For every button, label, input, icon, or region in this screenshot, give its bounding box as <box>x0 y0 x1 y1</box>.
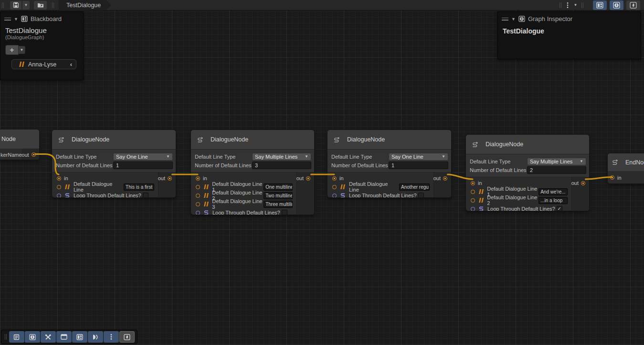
options-dropdown[interactable]: ▼ <box>572 1 579 10</box>
line-type-dropdown[interactable]: Say One Line ▼ <box>389 153 448 161</box>
string-port[interactable] <box>196 185 200 189</box>
blackboard-graph-type: (DialogueGraph) <box>0 34 83 40</box>
in-port[interactable] <box>196 176 200 181</box>
collapse-arrow-icon[interactable]: ▼ <box>511 17 516 22</box>
line-text-field[interactable]: Three multilin <box>264 201 293 208</box>
preview-toggle[interactable] <box>119 331 135 343</box>
num-lines-field[interactable]: 2 <box>527 166 586 174</box>
string-port[interactable] <box>57 185 61 189</box>
line-type-label: Default Line Type <box>330 154 389 160</box>
breadcrumb-tab[interactable]: TestDialogue <box>59 0 111 11</box>
dialogue-node-1[interactable]: DialogueNode Default Line Type Say One L… <box>52 129 176 198</box>
tools-icon <box>45 334 52 340</box>
node-title: DialogueNode <box>211 136 248 143</box>
graph-inspector-toggle[interactable] <box>610 0 623 10</box>
line-text-field[interactable]: And we're... <box>538 188 568 195</box>
in-port[interactable] <box>471 181 475 185</box>
loop-checkbox[interactable] <box>282 210 287 215</box>
blackboard-toggle[interactable] <box>593 0 607 10</box>
open-asset-button[interactable] <box>34 1 47 10</box>
bool-port[interactable] <box>471 207 475 211</box>
bool-port[interactable] <box>196 211 200 215</box>
drag-handle-icon[interactable] <box>4 18 11 21</box>
save-options-dropdown[interactable]: ▼ <box>22 1 30 10</box>
blackboard-icon <box>76 334 83 340</box>
start-out-port[interactable] <box>32 152 36 157</box>
num-lines-field[interactable]: 3 <box>252 162 311 169</box>
dialogue-preview-toggle[interactable] <box>88 331 103 343</box>
in-port-label: in <box>203 175 207 181</box>
more-options-toggle[interactable] <box>104 331 119 343</box>
tools-toggle[interactable] <box>41 331 56 343</box>
line-text-field[interactable]: Two multiline <box>264 192 293 199</box>
window-toggle[interactable] <box>56 331 72 343</box>
loop-port-label: Loop Through Default Lines? <box>212 210 280 215</box>
toolbar-drag-handle[interactable] <box>5 334 7 340</box>
dialogue-node-icon <box>333 136 340 143</box>
dialogue-node-2[interactable]: DialogueNode Default Line Type Say Multi… <box>190 129 315 215</box>
top-toolbar: ▼ TestDialogue ▼ <box>0 0 644 11</box>
blackboard-title: Blackboard <box>31 15 62 22</box>
in-port[interactable] <box>332 176 337 181</box>
blackboard-graph-name: TestDialogue <box>0 24 83 34</box>
blackboard-toggle[interactable] <box>72 331 87 343</box>
loop-checkbox[interactable] <box>143 193 148 198</box>
loop-checkbox[interactable] <box>418 193 424 198</box>
line-text-field[interactable]: One multiline <box>264 183 293 191</box>
line-type-dropdown[interactable]: Say Multiple Lines ▼ <box>527 158 586 165</box>
add-property-button[interactable]: + <box>5 45 19 55</box>
toolbar-drag-handle[interactable] <box>2 2 4 8</box>
inspector-title: Graph Inspector <box>528 15 572 22</box>
dropdown-arrow-icon: ▼ <box>24 3 28 7</box>
line-type-dropdown[interactable]: Say One Line ▼ <box>113 153 173 161</box>
quote-icon <box>478 198 484 203</box>
blackboard-panel[interactable]: ▼ Blackboard TestDialogue (DialogueGraph… <box>0 11 84 80</box>
dialogue-node-3[interactable]: DialogueNode Default Line Type Say One L… <box>327 129 452 198</box>
out-port[interactable] <box>443 176 447 181</box>
in-port[interactable] <box>57 176 61 181</box>
quote-icon <box>478 189 484 194</box>
quote-icon <box>339 184 346 189</box>
in-port-label: in <box>617 175 622 181</box>
num-lines-field[interactable]: 1 <box>389 162 448 169</box>
dialogue-node-4[interactable]: DialogueNode Default Line Type Say Multi… <box>465 134 590 211</box>
save-button[interactable] <box>10 1 21 10</box>
drag-handle-icon[interactable] <box>502 18 508 21</box>
in-port[interactable] <box>610 175 614 180</box>
toolbar-drag-handle[interactable] <box>581 2 583 8</box>
start-node[interactable]: Node kerName out <box>0 129 40 160</box>
loop-checkbox[interactable]: ✓ <box>557 206 562 211</box>
line-text-field[interactable]: This is a first <box>124 183 154 191</box>
line-type-dropdown[interactable]: Say Multiple Lines ▼ <box>252 153 311 161</box>
notes-toggle[interactable] <box>9 331 24 343</box>
num-lines-field[interactable]: 1 <box>113 162 173 169</box>
toolbar-drag-handle[interactable] <box>52 2 54 8</box>
dialogue-node-icon <box>612 159 618 166</box>
string-port[interactable] <box>471 198 475 203</box>
graph-canvas[interactable]: Node kerName out DialogueNode Default Li… <box>0 0 644 345</box>
loop-port-label: Loop Through Default Lines? <box>74 193 141 198</box>
graph-inspector-panel[interactable]: ▼ Graph Inspector TestDialogue <box>497 11 641 59</box>
expand-chevron-icon[interactable]: ‹ <box>70 61 72 68</box>
line-type-value: Say One Line <box>391 154 423 160</box>
out-port[interactable] <box>168 176 172 181</box>
string-port[interactable] <box>471 190 475 194</box>
out-port[interactable] <box>581 181 585 185</box>
bool-port[interactable] <box>332 194 337 198</box>
line-text-field[interactable]: ...in a loop <box>538 197 568 204</box>
string-port[interactable] <box>196 194 200 198</box>
node-title-bar: DialogueNode <box>52 130 176 149</box>
collapse-arrow-icon[interactable]: ▼ <box>14 17 18 22</box>
add-property-dropdown[interactable]: ▼ <box>19 46 25 54</box>
toolbar-drag-handle[interactable] <box>560 2 561 8</box>
end-node[interactable]: EndNode in <box>607 153 644 184</box>
string-port[interactable] <box>332 185 337 189</box>
line-text-field[interactable]: Another regu <box>399 183 430 191</box>
options-menu-button[interactable] <box>564 1 571 10</box>
blackboard-property-anna-lyse[interactable]: Anna-Lyse ‹ <box>11 59 76 69</box>
out-port[interactable] <box>306 176 310 181</box>
bool-port[interactable] <box>57 194 61 198</box>
string-port[interactable] <box>196 202 200 206</box>
preview-toggle[interactable] <box>626 0 640 10</box>
inspector-toggle[interactable] <box>25 331 40 343</box>
